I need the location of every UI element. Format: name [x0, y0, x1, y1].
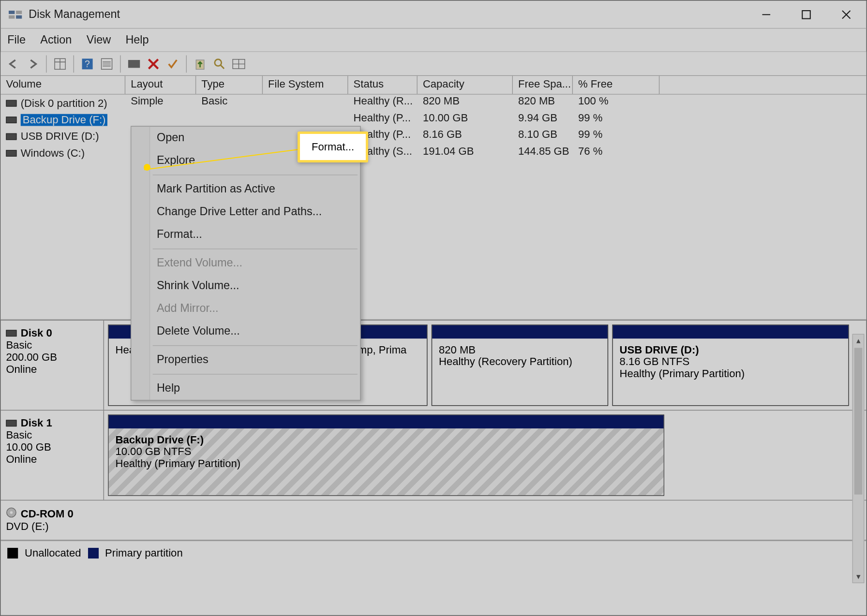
col-volume[interactable]: Volume	[0, 76, 125, 94]
scroll-down-button[interactable]: ▾	[853, 571, 864, 583]
menu-file[interactable]: File	[7, 33, 26, 47]
title-bar: Disk Management	[0, 0, 866, 29]
disk-label[interactable]: Disk 0 Basic 200.00 GB Online	[0, 321, 104, 410]
table-icon[interactable]	[53, 56, 67, 71]
search-icon[interactable]	[212, 56, 226, 71]
col-status[interactable]: Status	[348, 76, 418, 94]
check-icon[interactable]	[165, 56, 180, 71]
menu-action[interactable]: Action	[40, 33, 72, 47]
list-icon[interactable]	[99, 56, 114, 71]
menu-view[interactable]: View	[87, 33, 111, 47]
col-layout[interactable]: Layout	[125, 76, 196, 94]
callout-dot	[144, 164, 150, 171]
svg-text:?: ?	[85, 59, 90, 69]
disk-icon	[6, 420, 16, 426]
svg-rect-3	[16, 15, 22, 18]
legend-unallocated-swatch	[7, 547, 18, 558]
context-menu-item[interactable]: Format...	[132, 223, 360, 246]
scroll-up-button[interactable]: ▴	[853, 335, 864, 347]
disk-label[interactable]: CD-ROM 0 DVD (E:)	[0, 500, 104, 540]
disk-glyph-icon[interactable]	[127, 56, 141, 71]
close-button[interactable]	[826, 0, 867, 29]
volume-icon	[6, 133, 16, 140]
svg-point-27	[10, 511, 13, 514]
col-pctfree[interactable]: % Free	[573, 76, 659, 94]
col-capacity[interactable]: Capacity	[418, 76, 513, 94]
svg-point-21	[215, 59, 222, 66]
svg-rect-5	[802, 10, 810, 18]
scroll-thumb[interactable]	[854, 348, 863, 495]
volume-icon	[6, 117, 16, 123]
table-row[interactable]: Backup Drive (F:)Healthy (P...10.00 GB9.…	[0, 111, 866, 128]
grid-icon[interactable]	[231, 56, 246, 71]
column-headers: Volume Layout Type File System Status Ca…	[0, 76, 866, 95]
col-free[interactable]: Free Spa...	[513, 76, 573, 94]
partition-box[interactable]: Backup Drive (F:)10.00 GB NTFSHealthy (P…	[108, 414, 664, 496]
volume-icon	[6, 100, 16, 106]
context-menu-item[interactable]: Change Drive Letter and Paths...	[132, 201, 360, 223]
window: Disk Management File Action View Help ? …	[0, 0, 867, 616]
minimize-button[interactable]	[746, 0, 786, 29]
col-filesystem[interactable]: File System	[263, 76, 348, 94]
cdrom-icon	[6, 507, 16, 521]
help-icon[interactable]: ?	[80, 56, 94, 71]
legend-primary-swatch	[88, 547, 98, 558]
partition-box[interactable]: USB DRIVE (D:)8.16 GB NTFSHealthy (Prima…	[612, 324, 849, 406]
disk-partitions: Backup Drive (F:)10.00 GB NTFSHealthy (P…	[104, 411, 867, 500]
svg-rect-17	[128, 59, 140, 68]
delete-icon[interactable]	[146, 56, 161, 71]
context-menu-item[interactable]: Shrink Volume...	[132, 275, 360, 297]
vertical-scrollbar[interactable]: ▴ ▾	[852, 334, 865, 584]
toolbar: ?	[0, 52, 866, 76]
callout-highlight: Format...	[298, 132, 368, 162]
disk-label[interactable]: Disk 1 Basic 10.00 GB Online	[0, 411, 104, 500]
legend-primary-label: Primary partition	[105, 547, 183, 559]
partition-box[interactable]: 820 MBHealthy (Recovery Partition)	[432, 324, 608, 406]
context-menu-item[interactable]: Help	[132, 377, 360, 400]
page-up-icon[interactable]	[193, 56, 207, 71]
svg-line-22	[221, 65, 224, 68]
legend-unallocated-label: Unallocated	[25, 547, 81, 559]
maximize-button[interactable]	[786, 0, 826, 29]
context-menu-item[interactable]: Properties	[132, 349, 360, 371]
window-title: Disk Management	[29, 8, 120, 21]
svg-rect-0	[9, 10, 15, 14]
app-icon	[9, 9, 22, 20]
table-row[interactable]: (Disk 0 partition 2)SimpleBasicHealthy (…	[0, 95, 866, 111]
menu-bar: File Action View Help	[0, 29, 866, 52]
back-button[interactable]	[6, 56, 20, 71]
legend: Unallocated Primary partition	[0, 541, 866, 565]
disk-panel: CD-ROM 0 DVD (E:)	[0, 500, 866, 541]
callout-label: Format...	[312, 141, 354, 153]
disk-panel: Disk 1 Basic 10.00 GB Online Backup Driv…	[0, 411, 866, 500]
context-menu-item: Add Mirror...	[132, 297, 360, 320]
context-menu-item[interactable]: Delete Volume...	[132, 320, 360, 343]
context-menu-item: Extend Volume...	[132, 252, 360, 275]
disk-icon	[6, 330, 16, 337]
window-controls	[746, 0, 866, 29]
svg-rect-1	[16, 10, 22, 14]
forward-button[interactable]	[25, 56, 40, 71]
svg-rect-2	[9, 15, 15, 18]
col-type[interactable]: Type	[196, 76, 263, 94]
menu-help[interactable]: Help	[125, 33, 149, 47]
context-menu-item[interactable]: Mark Partition as Active	[132, 178, 360, 201]
volume-icon	[6, 149, 16, 156]
